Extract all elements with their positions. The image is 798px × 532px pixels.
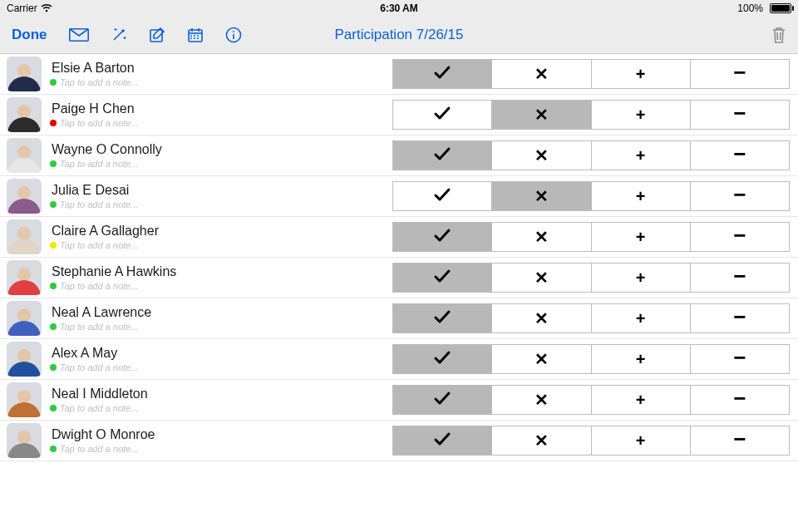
decrement-button[interactable]: − [690,426,790,456]
increment-button[interactable]: + [591,181,691,211]
note-line[interactable]: Tap to add a note... [50,118,392,128]
carrier-label: Carrier [7,2,37,14]
decrement-button[interactable]: − [690,140,790,170]
status-dot-icon [50,364,57,371]
student-name: Dwight O Monroe [52,427,392,442]
increment-button[interactable]: + [591,344,691,374]
list-item: Dwight O MonroeTap to add a note...✕+− [0,421,798,461]
participation-controls: ✕+− [392,385,790,415]
student-name: Paige H Chen [52,101,392,116]
note-placeholder: Tap to add a note... [60,281,138,291]
mark-absent-button[interactable]: ✕ [491,100,591,130]
mark-present-button[interactable] [392,140,492,170]
status-dot-icon [50,283,57,289]
status-bar: Carrier 6:30 AM 100% [0,0,798,17]
avatar[interactable] [7,342,42,377]
page-title: Participation 7/26/15 [335,27,464,43]
magic-wand-icon[interactable] [111,27,127,43]
mark-absent-button[interactable]: ✕ [491,303,591,333]
mail-icon[interactable] [69,28,89,42]
decrement-button[interactable]: − [690,59,790,89]
calendar-icon[interactable] [187,27,204,43]
mark-present-button[interactable] [392,426,492,456]
decrement-button[interactable]: − [690,385,790,415]
student-name: Wayne O Connolly [52,142,392,157]
avatar[interactable] [7,57,42,91]
note-line[interactable]: Tap to add a note... [50,362,392,372]
mark-absent-button[interactable]: ✕ [491,263,591,293]
list-item: Julia E DesaiTap to add a note...✕+− [0,176,798,217]
increment-button[interactable]: + [591,303,691,333]
avatar[interactable] [7,97,42,132]
battery-icon [770,3,791,13]
mark-present-button[interactable] [392,385,492,415]
status-dot-icon [50,79,57,86]
decrement-button[interactable]: − [690,263,790,293]
mark-present-button[interactable] [392,303,492,333]
mark-present-button[interactable] [392,222,492,252]
note-line[interactable]: Tap to add a note... [50,281,392,291]
student-info: Dwight O MonroeTap to add a note... [42,427,392,454]
decrement-button[interactable]: − [690,344,790,374]
student-info: Neal I MiddletonTap to add a note... [42,387,392,413]
mark-present-button[interactable] [392,100,492,130]
note-placeholder: Tap to add a note... [60,200,138,209]
student-info: Stephanie A HawkinsTap to add a note... [42,264,392,291]
status-dot-icon [50,323,57,330]
participation-controls: ✕+− [392,59,790,89]
increment-button[interactable]: + [591,385,691,415]
increment-button[interactable]: + [591,100,691,130]
status-dot-icon [50,201,57,208]
status-dot-icon [50,120,57,126]
compose-icon[interactable] [149,27,165,43]
status-dot-icon [50,405,57,411]
decrement-button[interactable]: − [690,222,790,252]
avatar[interactable] [7,138,42,173]
mark-absent-button[interactable]: ✕ [491,385,591,415]
mark-absent-button[interactable]: ✕ [491,222,591,252]
student-info: Alex A MayTap to add a note... [42,346,392,372]
note-line[interactable]: Tap to add a note... [50,77,392,87]
note-line[interactable]: Tap to add a note... [50,200,392,209]
note-line[interactable]: Tap to add a note... [50,159,392,169]
increment-button[interactable]: + [591,222,691,252]
note-line[interactable]: Tap to add a note... [50,322,392,332]
mark-present-button[interactable] [392,59,492,89]
avatar[interactable] [7,179,42,214]
list-item: Wayne O ConnollyTap to add a note...✕+− [0,135,798,176]
participation-controls: ✕+− [392,181,790,211]
info-icon[interactable] [225,27,242,43]
avatar[interactable] [7,260,42,295]
increment-button[interactable]: + [591,426,691,456]
participation-controls: ✕+− [392,140,790,170]
navigation-bar: Done Participation 7/26/15 [0,17,798,54]
list-item: Alex A MayTap to add a note...✕+− [0,339,798,380]
mark-absent-button[interactable]: ✕ [491,59,591,89]
avatar[interactable] [7,382,42,417]
mark-absent-button[interactable]: ✕ [491,140,591,170]
decrement-button[interactable]: − [690,181,790,211]
note-line[interactable]: Tap to add a note... [50,444,392,454]
list-item: Paige H ChenTap to add a note...✕+− [0,95,798,135]
student-info: Julia E DesaiTap to add a note... [42,183,392,209]
mark-present-button[interactable] [392,181,492,211]
increment-button[interactable]: + [591,263,691,293]
avatar[interactable] [7,423,42,458]
done-button[interactable]: Done [12,27,47,43]
avatar[interactable] [7,219,42,254]
mark-absent-button[interactable]: ✕ [491,181,591,211]
mark-present-button[interactable] [392,344,492,374]
svg-point-5 [233,31,234,32]
decrement-button[interactable]: − [690,100,790,130]
mark-absent-button[interactable]: ✕ [491,344,591,374]
student-info: Neal A LawrenceTap to add a note... [42,305,392,332]
trash-icon[interactable] [771,26,786,44]
increment-button[interactable]: + [591,140,691,170]
avatar[interactable] [7,301,42,336]
mark-present-button[interactable] [392,263,492,293]
increment-button[interactable]: + [591,59,691,89]
mark-absent-button[interactable]: ✕ [491,426,591,456]
note-line[interactable]: Tap to add a note... [50,240,392,250]
decrement-button[interactable]: − [690,303,790,333]
note-line[interactable]: Tap to add a note... [50,403,392,413]
